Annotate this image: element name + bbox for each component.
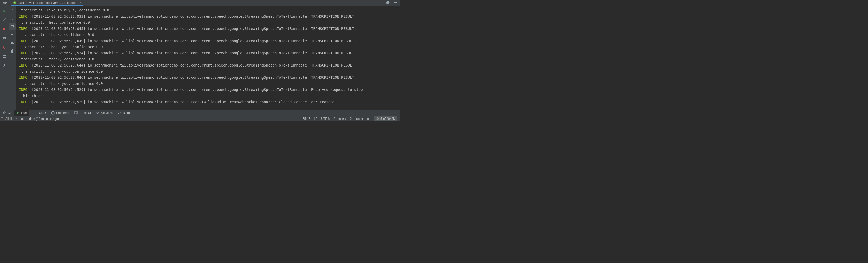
run-toolbar-primary bbox=[0, 6, 8, 109]
tab-build[interactable]: Build bbox=[115, 110, 132, 116]
line-separator[interactable]: LF bbox=[314, 117, 317, 121]
svg-rect-24 bbox=[53, 112, 53, 113]
svg-rect-14 bbox=[11, 51, 13, 53]
tab-problems-label: Problems bbox=[56, 111, 69, 115]
svg-rect-7 bbox=[4, 55, 6, 56]
status-square-icon[interactable] bbox=[1, 118, 3, 120]
close-tab-icon[interactable]: × bbox=[79, 1, 81, 5]
svg-rect-9 bbox=[4, 57, 6, 58]
svg-point-31 bbox=[350, 117, 351, 118]
rerun-button[interactable] bbox=[1, 7, 7, 14]
memory-indicator[interactable]: 1045 of 2048M bbox=[374, 117, 397, 121]
svg-point-28 bbox=[96, 111, 97, 112]
down-arrow-icon[interactable] bbox=[9, 15, 16, 22]
tab-problems[interactable]: Problems bbox=[49, 110, 72, 116]
svg-point-32 bbox=[350, 119, 351, 120]
svg-rect-2 bbox=[3, 28, 5, 30]
svg-rect-1 bbox=[394, 2, 397, 3]
tool-window-bar: Git Run TODO Problems Terminal Services … bbox=[0, 109, 400, 116]
scroll-to-end-button[interactable] bbox=[9, 32, 16, 38]
run-label: Run: bbox=[2, 1, 11, 5]
soft-wrap-button[interactable] bbox=[9, 24, 16, 30]
caret-position[interactable]: 55:15 bbox=[303, 117, 310, 121]
svg-rect-10 bbox=[11, 36, 14, 36]
svg-rect-8 bbox=[3, 57, 4, 58]
tab-services-label: Services bbox=[101, 111, 113, 115]
lock-icon[interactable] bbox=[367, 117, 370, 121]
svg-point-30 bbox=[97, 113, 98, 114]
run-config-tab[interactable]: TwilioLiveTranscriptionDemoApplication × bbox=[11, 0, 83, 6]
run-toolbar-secondary bbox=[8, 6, 16, 109]
svg-rect-20 bbox=[33, 112, 35, 113]
svg-rect-26 bbox=[74, 111, 78, 114]
tab-git[interactable]: Git bbox=[0, 110, 14, 116]
svg-rect-18 bbox=[33, 111, 35, 112]
svg-rect-22 bbox=[33, 114, 35, 114]
stop-button[interactable] bbox=[1, 26, 7, 32]
wrench-icon[interactable] bbox=[1, 16, 7, 23]
camera-icon[interactable] bbox=[1, 35, 7, 41]
tab-build-label: Build bbox=[123, 111, 130, 115]
tab-services[interactable]: Services bbox=[93, 110, 115, 116]
tab-run[interactable]: Run bbox=[14, 110, 29, 116]
spring-icon bbox=[13, 1, 17, 5]
status-message: All files are up-to-date (18 minutes ago… bbox=[5, 117, 59, 121]
tab-todo[interactable]: TODO bbox=[29, 110, 48, 116]
run-tool-body: transcript: like to buy a, confidence 0.… bbox=[0, 6, 400, 109]
tab-run-label: Run bbox=[21, 111, 27, 115]
tab-terminal[interactable]: Terminal bbox=[72, 110, 93, 116]
svg-rect-27 bbox=[76, 113, 77, 113]
svg-rect-34 bbox=[367, 118, 370, 120]
tab-todo-label: TODO bbox=[37, 111, 45, 115]
branch-name: master bbox=[354, 117, 363, 121]
svg-rect-21 bbox=[32, 114, 33, 114]
file-encoding[interactable]: UTF-8 bbox=[321, 117, 330, 121]
branch-icon bbox=[349, 117, 353, 121]
svg-point-33 bbox=[351, 118, 352, 119]
git-branch[interactable]: master bbox=[349, 117, 363, 121]
svg-rect-16 bbox=[12, 50, 13, 50]
svg-rect-15 bbox=[11, 50, 13, 51]
tab-title: TwilioLiveTranscriptionDemoApplication bbox=[18, 1, 76, 5]
minimize-icon[interactable] bbox=[393, 1, 397, 5]
exit-icon[interactable] bbox=[1, 44, 7, 51]
svg-rect-5 bbox=[3, 37, 4, 37]
up-arrow-icon[interactable] bbox=[9, 7, 16, 14]
console-output[interactable]: transcript: like to buy a, confidence 0.… bbox=[16, 6, 400, 109]
svg-point-29 bbox=[98, 111, 99, 112]
trash-icon[interactable] bbox=[9, 48, 16, 55]
status-bar: All files are up-to-date (18 minutes ago… bbox=[0, 116, 400, 121]
tab-git-label: Git bbox=[8, 111, 11, 115]
indent-info[interactable]: 2 spaces bbox=[333, 117, 345, 121]
tab-terminal-label: Terminal bbox=[79, 111, 91, 115]
layout-icon[interactable] bbox=[1, 53, 7, 60]
run-tool-header: Run: TwilioLiveTranscriptionDemoApplicat… bbox=[0, 0, 400, 6]
svg-rect-17 bbox=[32, 111, 33, 112]
gear-icon[interactable] bbox=[385, 1, 390, 5]
svg-rect-12 bbox=[11, 42, 13, 42]
svg-point-4 bbox=[3, 38, 5, 39]
print-icon[interactable] bbox=[9, 40, 16, 46]
svg-rect-6 bbox=[3, 55, 4, 56]
svg-rect-13 bbox=[11, 43, 13, 44]
svg-rect-19 bbox=[32, 112, 33, 113]
svg-rect-25 bbox=[53, 113, 53, 114]
pin-icon[interactable] bbox=[1, 62, 7, 69]
